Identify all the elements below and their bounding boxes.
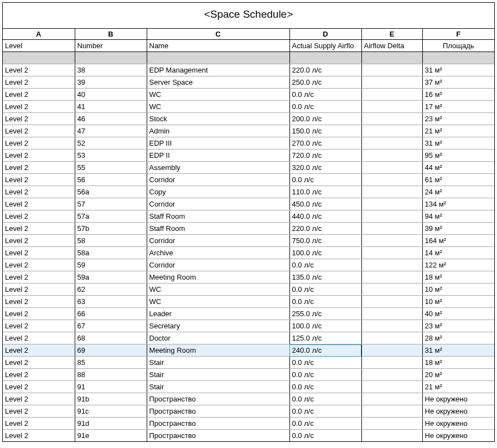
cell[interactable]: 66: [75, 308, 147, 320]
cell[interactable]: Level 2: [3, 296, 75, 308]
cell[interactable]: Level 2: [3, 76, 75, 89]
cell[interactable]: 59: [75, 259, 147, 271]
cell[interactable]: 21 м²: [422, 125, 494, 137]
field-airflow[interactable]: Actual Supply Airflo: [289, 40, 361, 52]
cell[interactable]: [361, 405, 422, 418]
cell[interactable]: [361, 308, 422, 320]
cell[interactable]: 150.0 л/с: [289, 125, 361, 137]
cell[interactable]: Level 2: [3, 113, 75, 125]
cell[interactable]: 21 м²: [422, 381, 494, 393]
cell[interactable]: 55: [75, 162, 147, 174]
field-area[interactable]: Площадь: [422, 40, 494, 52]
cell[interactable]: 95 м²: [422, 150, 494, 162]
cell[interactable]: 0.0 л/с: [289, 430, 361, 442]
col-header-A[interactable]: A: [3, 29, 75, 40]
cell[interactable]: [361, 369, 422, 381]
cell[interactable]: [361, 332, 422, 344]
cell[interactable]: 31 м²: [422, 344, 494, 357]
cell[interactable]: 52: [75, 137, 147, 150]
cell[interactable]: Meeting Room: [147, 344, 289, 357]
cell[interactable]: 0.0 л/с: [289, 369, 361, 381]
cell[interactable]: Level 2: [3, 418, 75, 430]
cell[interactable]: 16 м²: [422, 89, 494, 101]
cell[interactable]: Level 2: [3, 332, 75, 344]
col-header-E[interactable]: E: [361, 29, 422, 40]
cell[interactable]: Server Space: [147, 76, 289, 89]
cell[interactable]: 31 м²: [422, 137, 494, 150]
cell[interactable]: 720.0 л/с: [289, 150, 361, 162]
cell[interactable]: Corridor: [147, 259, 289, 271]
cell[interactable]: Не окружено: [422, 418, 494, 430]
cell[interactable]: Corridor: [147, 198, 289, 210]
cell[interactable]: Level 2: [3, 405, 75, 418]
cell[interactable]: 40: [75, 89, 147, 101]
cell[interactable]: 0.0 л/с: [289, 89, 361, 101]
cell[interactable]: Assembly: [147, 162, 289, 174]
cell[interactable]: 88: [75, 369, 147, 381]
cell[interactable]: 240.0 л/с: [289, 344, 361, 357]
cell[interactable]: 0.0 л/с: [289, 284, 361, 296]
cell[interactable]: Corridor: [147, 174, 289, 186]
field-name[interactable]: Name: [147, 40, 289, 52]
cell[interactable]: Level 2: [3, 137, 75, 150]
cell[interactable]: 18 м²: [422, 271, 494, 284]
cell[interactable]: Не окружено: [422, 393, 494, 405]
cell[interactable]: 0.0 л/с: [289, 101, 361, 113]
cell[interactable]: Stair: [147, 357, 289, 369]
cell[interactable]: [361, 271, 422, 284]
cell[interactable]: 17 м²: [422, 101, 494, 113]
cell[interactable]: 0.0 л/с: [289, 405, 361, 418]
cell[interactable]: 125.0 л/с: [289, 332, 361, 344]
cell[interactable]: [361, 344, 422, 357]
cell[interactable]: 59a: [75, 271, 147, 284]
cell[interactable]: WC: [147, 284, 289, 296]
cell[interactable]: 38: [75, 64, 147, 76]
cell[interactable]: 47: [75, 125, 147, 137]
cell[interactable]: [361, 101, 422, 113]
cell[interactable]: [361, 113, 422, 125]
cell[interactable]: Corridor: [147, 235, 289, 247]
cell[interactable]: 100.0 л/с: [289, 320, 361, 332]
cell[interactable]: 40 м²: [422, 308, 494, 320]
cell[interactable]: Level 2: [3, 186, 75, 198]
cell[interactable]: 250.0 л/с: [289, 76, 361, 89]
cell[interactable]: 68: [75, 332, 147, 344]
col-header-F[interactable]: F: [422, 29, 494, 40]
cell[interactable]: Copy: [147, 186, 289, 198]
cell[interactable]: Stock: [147, 113, 289, 125]
cell[interactable]: 67: [75, 320, 147, 332]
cell[interactable]: [361, 393, 422, 405]
cell[interactable]: Level 2: [3, 101, 75, 113]
cell[interactable]: Level 2: [3, 259, 75, 271]
cell[interactable]: Admin: [147, 125, 289, 137]
cell[interactable]: 44 м²: [422, 162, 494, 174]
cell[interactable]: 220.0 л/с: [289, 64, 361, 76]
cell[interactable]: 63: [75, 296, 147, 308]
cell[interactable]: 0.0 л/с: [289, 296, 361, 308]
cell[interactable]: 0.0 л/с: [289, 393, 361, 405]
cell[interactable]: Level 2: [3, 150, 75, 162]
cell[interactable]: 62: [75, 284, 147, 296]
cell[interactable]: [361, 76, 422, 89]
cell[interactable]: Level 2: [3, 357, 75, 369]
cell[interactable]: [361, 186, 422, 198]
cell[interactable]: [361, 162, 422, 174]
cell[interactable]: Level 2: [3, 344, 75, 357]
cell[interactable]: 0.0 л/с: [289, 418, 361, 430]
cell[interactable]: Level 2: [3, 393, 75, 405]
cell[interactable]: [361, 418, 422, 430]
cell[interactable]: 0.0 л/с: [289, 259, 361, 271]
cell[interactable]: Level 2: [3, 271, 75, 284]
cell[interactable]: Level 2: [3, 174, 75, 186]
cell[interactable]: 10 м²: [422, 296, 494, 308]
cell[interactable]: [361, 150, 422, 162]
cell[interactable]: Doctor: [147, 332, 289, 344]
cell[interactable]: [361, 174, 422, 186]
cell[interactable]: 24 м²: [422, 186, 494, 198]
cell[interactable]: Level 2: [3, 125, 75, 137]
cell[interactable]: Level 2: [3, 430, 75, 442]
cell[interactable]: Не окружено: [422, 405, 494, 418]
cell[interactable]: 270.0 л/с: [289, 137, 361, 150]
cell[interactable]: Level 2: [3, 284, 75, 296]
cell[interactable]: Stair: [147, 369, 289, 381]
